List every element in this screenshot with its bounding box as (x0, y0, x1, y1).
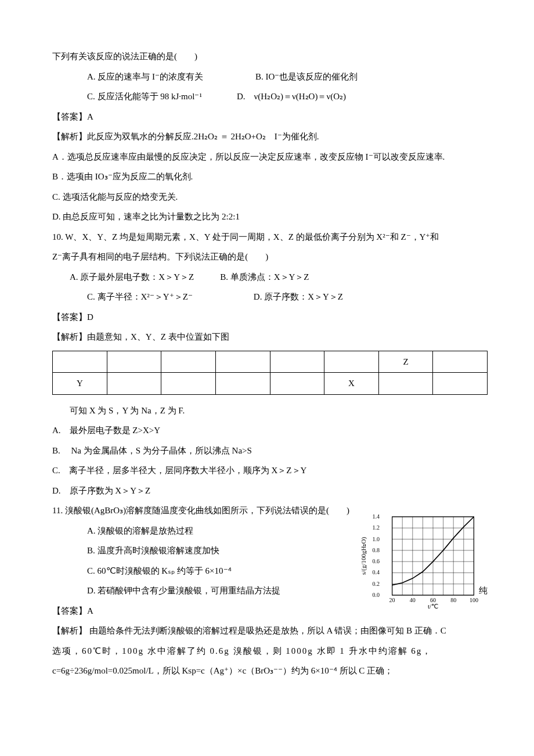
svg-text:80: 80 (450, 597, 456, 603)
svg-text:t/℃: t/℃ (428, 603, 438, 609)
q9-explain: 【解析】此反应为双氧水的分解反应.2H₂O₂ ＝ 2H₂O+O₂ I⁻为催化剂. (52, 127, 488, 147)
q11-opt-d-left: D. 若硝酸钾中含有少量溴酸银，可用重结晶方法提 (87, 581, 280, 601)
q9-opt-b: B. IO⁻也是该反应的催化剂 (255, 67, 358, 87)
periodic-table-fragment: Z Y X (52, 351, 488, 395)
line-chart-svg: 204060801000.00.20.40.60.81.01.21.4t/℃s/… (360, 513, 488, 609)
q10-opt-d: D. 原子序数：X＞Y＞Z (254, 287, 343, 307)
q9-stem: 下列有关该反应的说法正确的是( ) (52, 46, 488, 67)
q10-explain: 【解析】由题意知，X、Y、Z 表中位置如下图 (52, 327, 488, 347)
svg-text:0.2: 0.2 (373, 581, 380, 587)
q10-opt-c: C. 离子半径：X²⁻＞Y⁺＞Z⁻ (87, 287, 193, 307)
q9-opt-d: D. ν(H₂O₂)＝ν(H₂O)＝ν(O₂) (237, 87, 346, 107)
q10-line2: A. 最外层电子数是 Z>X>Y (52, 420, 488, 441)
q10-stem-line2: Z⁻离子具有相同的电子层结构。下列说法正确的是( ) (52, 247, 488, 267)
q9-answer: 【答案】A (52, 107, 488, 127)
q9-explain-c: C. 选项活化能与反应的焓变无关. (52, 187, 488, 207)
svg-text:0.4: 0.4 (373, 569, 380, 575)
q9-explain-d: D. 由总反应可知，速率之比为计量数之比为 2:2:1 (52, 207, 488, 227)
q10-line3: B. Na 为金属晶体，S 为分子晶体，所以沸点 Na>S (52, 441, 488, 461)
svg-text:20: 20 (389, 597, 395, 603)
cell-z: Z (378, 351, 433, 373)
q10-answer: 【答案】D (52, 307, 488, 327)
svg-text:0.8: 0.8 (373, 547, 380, 553)
svg-text:0.6: 0.6 (373, 558, 380, 564)
q10-opt-a: A. 原子最外层电子数：X＞Y＞Z (70, 267, 194, 287)
svg-text:0.0: 0.0 (373, 592, 380, 598)
svg-text:40: 40 (410, 597, 416, 603)
svg-text:1.0: 1.0 (373, 536, 380, 542)
svg-text:s/(g/100gH₂O): s/(g/100gH₂O) (360, 537, 367, 575)
svg-text:1.4: 1.4 (373, 513, 380, 520)
svg-text:1.2: 1.2 (373, 524, 380, 531)
q10-line1: 可知 X 为 S，Y 为 Na，Z 为 F. (52, 401, 488, 421)
solubility-chart: 204060801000.00.20.40.60.81.01.21.4t/℃s/… (360, 513, 488, 609)
q11-explain-1: 【解析】 由题给条件无法判断溴酸银的溶解过程是吸热还是放热，所以 A 错误；由图… (52, 621, 488, 641)
q10-line4: C. 离子半径，层多半径大，层同序数大半径小，顺序为 X＞Z＞Y (52, 460, 488, 481)
q9-explain-b: B．选项由 IO₃⁻应为反应二的氧化剂. (52, 167, 488, 187)
svg-text:100: 100 (470, 597, 478, 603)
q11-explain-3: c=6g÷236g/mol=0.025mol/L，所以 Ksp=c（Ag⁺）×c… (52, 661, 488, 681)
q9-explain-a: A．选项总反应速率应由最慢的反应决定，所以反应一决定反应速率，改变反应物 I⁻可… (52, 147, 488, 167)
cell-x: X (324, 373, 379, 395)
q9-opt-a: A. 反应的速率与 I⁻的浓度有关 (87, 67, 203, 87)
q9-opt-c: C. 反应活化能等于 98 kJ·mol⁻¹ (87, 87, 202, 107)
q11-explain-2: 选项，60℃时，100g 水中溶解了约 0.6g 溴酸银，则 1000g 水即 … (52, 641, 488, 661)
cell-y: Y (53, 373, 107, 395)
q10-opt-b: B. 单质沸点：X＞Y＞Z (220, 267, 309, 287)
q10-stem-line1: 10. W、X、Y、Z 均是短周期元素，X、Y 处于同一周期，X、Z 的最低价离… (52, 227, 488, 247)
q10-line5: D. 原子序数为 X＞Y＞Z (52, 481, 488, 501)
